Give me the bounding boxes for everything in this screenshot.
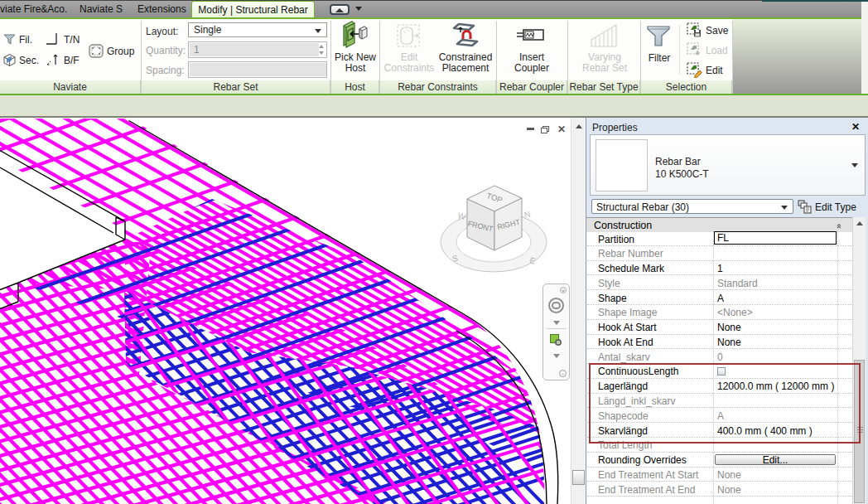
- svg-text:N: N: [523, 210, 532, 220]
